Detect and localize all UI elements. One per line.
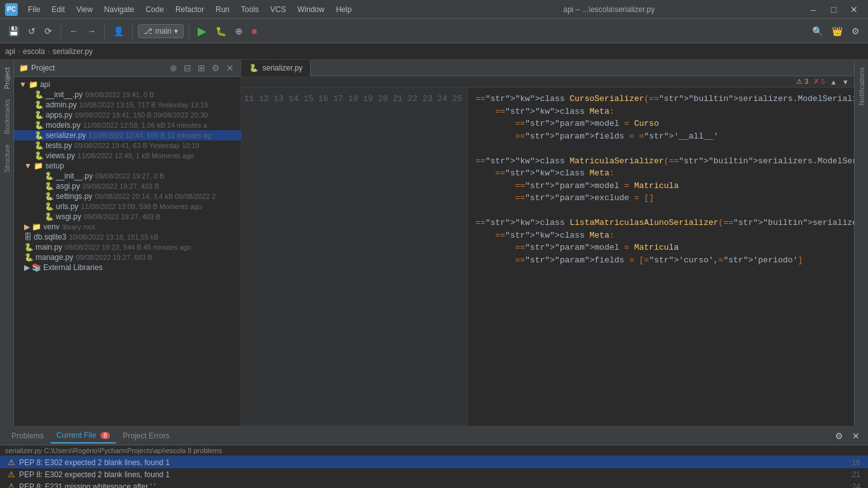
project-header: 📁 Project ⊕ ⊟ ⊞ ⚙ ✕: [14, 60, 241, 77]
toolbar: 💾 ↺ ⟳ ← → 👤 ⎇ main ▾ ▶ 🐛 ⊕ ■ 🔍 👑 ⚙: [0, 19, 868, 43]
menu-item-window[interactable]: Window: [292, 4, 330, 15]
tree-root[interactable]: ▼📁api: [14, 79, 241, 90]
code-view: 11 12 13 14 15 16 17 18 19 20 21 22 23 2…: [241, 88, 854, 426]
back-button[interactable]: ←: [66, 24, 81, 38]
tab-project-errors[interactable]: Project Errors: [116, 429, 175, 443]
tree-item-dbsqlite3[interactable]: 🗄db.sqlite3 10/08/2022 13:18, 151,55 kB: [14, 232, 241, 242]
problems-close-button[interactable]: ✕: [849, 429, 863, 443]
user-button[interactable]: 👤: [110, 24, 127, 38]
problem-text: PEP 8: E302 expected 2 blank lines, foun…: [19, 470, 170, 479]
attach-button[interactable]: ⊕: [232, 24, 246, 38]
project-tree: ▼📁api🐍__init__.py 09/08/2022 19:41, 0 B🐍…: [14, 77, 241, 426]
tree-item-managepy[interactable]: 🐍manage.py 09/08/2022 19:27, 683 B: [14, 252, 241, 262]
editor-area: 🐍 serializer.py ⚠ 3 ✗ 5 ▲ ▼ 11 12 13 14 …: [241, 60, 854, 426]
search-button[interactable]: 🔍: [809, 24, 826, 38]
problem-item-1[interactable]: ⚠PEP 8: E302 expected 2 blank lines, fou…: [0, 468, 868, 480]
notifications-tab[interactable]: Notifications: [855, 62, 868, 111]
tree-item-urlspy[interactable]: 🐍urls.py 11/08/2022 13:09, 598 B Moments…: [14, 201, 241, 212]
branch-icon: ⎇: [144, 27, 153, 36]
menu-item-navigate[interactable]: Navigate: [99, 4, 139, 15]
menu-item-edit[interactable]: Edit: [46, 4, 70, 15]
toolbar-separator-3: [132, 24, 133, 39]
breadcrumb-part-1[interactable]: api: [5, 47, 15, 56]
stop-button[interactable]: ■: [248, 24, 260, 38]
tab-file-icon: 🐍: [249, 64, 259, 72]
toolbar-right: 🔍 👑 ⚙: [809, 24, 863, 38]
expand-all-button[interactable]: ⊞: [196, 62, 207, 74]
folder-icon: 📁: [19, 64, 29, 72]
gutter-header: ⚠ 3 ✗ 5 ▲ ▼: [241, 76, 854, 88]
current-file-badge: 8: [100, 432, 111, 439]
add-content-button[interactable]: ⊕: [168, 62, 179, 74]
tab-label: serializer.py: [262, 64, 302, 72]
code-content[interactable]: =="str">"kw">class CursoSerializer(=="st…: [468, 88, 854, 426]
tree-item-venv[interactable]: ▶ 📁venv library root: [14, 222, 241, 232]
app-icon: PC: [5, 3, 18, 16]
project-title: Project: [31, 64, 165, 72]
menu-bar: FileEditViewNavigateCodeRefactorRunTools…: [23, 4, 414, 15]
tree-item-setup[interactable]: ▼ 📁setup: [14, 161, 241, 171]
problem-item-0[interactable]: ⚠PEP 8: E302 expected 2 blank lines, fou…: [0, 456, 868, 468]
branch-selector[interactable]: ⎇ main ▾: [138, 24, 184, 38]
title-bar: PC FileEditViewNavigateCodeRefactorRunTo…: [0, 0, 868, 19]
problem-item-2[interactable]: ⚠PEP 8: E231 missing whitespace after ',…: [0, 480, 868, 488]
bookmarks-tab[interactable]: Bookmarks: [1, 94, 13, 139]
tree-item-wsgipy[interactable]: 🐍wsgi.py 09/08/2022 19:27, 403 B: [14, 212, 241, 222]
breadcrumb-sep-2: ›: [48, 47, 50, 56]
tree-external-libraries[interactable]: ▶📚External Libraries: [14, 262, 241, 273]
minimize-button[interactable]: –: [804, 3, 822, 16]
settings-button[interactable]: ⚙: [848, 24, 863, 38]
tab-problems[interactable]: Problems: [5, 429, 50, 443]
tree-item-mainpy[interactable]: 🐍main.py 09/08/2022 19:23, 544 B 45 minu…: [14, 242, 241, 252]
tree-item-modelspy[interactable]: 🐍models.py 11/08/2022 12:58, 1,06 kB 14 …: [14, 120, 241, 130]
menu-item-code[interactable]: Code: [140, 4, 169, 15]
forward-button[interactable]: →: [84, 24, 99, 38]
tree-item-appspy[interactable]: 🐍apps.py 09/08/2022 19:41, 150 B 09/08/2…: [14, 110, 241, 120]
nav-down-button[interactable]: ▼: [842, 78, 849, 86]
run-button[interactable]: ▶: [194, 22, 210, 40]
menu-item-help[interactable]: Help: [331, 4, 357, 15]
revert-button[interactable]: ↺: [25, 24, 39, 38]
tree-item-settingspy[interactable]: 🐍settings.py 09/08/2022 20:14, 3,4 kB 09…: [14, 191, 241, 201]
menu-item-view[interactable]: View: [71, 4, 98, 15]
problem-icon: ⚠: [8, 458, 15, 467]
breadcrumb-part-3[interactable]: serializer.py: [53, 47, 93, 56]
window-controls: – □ ✕: [804, 3, 863, 16]
main-area: Project Bookmarks Structure 📁 Project ⊕ …: [0, 60, 868, 426]
tree-item-viewspy[interactable]: 🐍views.py 11/08/2022 12:49, 1 kB Moments…: [14, 151, 241, 161]
tab-current-file[interactable]: Current File 8: [50, 428, 117, 444]
profile-button[interactable]: 👑: [829, 24, 846, 38]
structure-tab[interactable]: Structure: [1, 139, 13, 178]
debug-button[interactable]: 🐛: [212, 24, 229, 38]
editor-tab-serializer[interactable]: 🐍 serializer.py: [241, 60, 311, 76]
close-panel-button[interactable]: ✕: [224, 62, 236, 74]
menu-item-vcs[interactable]: VCS: [265, 4, 291, 15]
menu-item-refactor[interactable]: Refactor: [170, 4, 209, 15]
breadcrumb: api › escola › serializer.py: [0, 43, 868, 60]
tree-item-__init__py[interactable]: 🐍__init__.py 09/08/2022 19:27, 0 B: [14, 171, 241, 181]
problem-location: :24: [850, 482, 860, 489]
problems-settings-button[interactable]: ⚙: [832, 429, 846, 443]
sync-button[interactable]: ⟳: [41, 24, 55, 38]
chevron-down-icon: ▾: [174, 27, 178, 36]
menu-item-run[interactable]: Run: [210, 4, 234, 15]
left-tabs: Project Bookmarks Structure: [0, 60, 14, 426]
close-button[interactable]: ✕: [845, 3, 863, 16]
tree-item-adminpy[interactable]: 🐍admin.py 10/08/2022 13:15, 717 B Yester…: [14, 100, 241, 110]
tree-item-testspy[interactable]: 🐍tests.py 09/08/2022 19:41, 63 B Yesterd…: [14, 140, 241, 151]
branch-label: main: [155, 27, 172, 36]
maximize-button[interactable]: □: [825, 3, 843, 16]
menu-item-file[interactable]: File: [23, 4, 45, 15]
problems-list[interactable]: ⚠PEP 8: E302 expected 2 blank lines, fou…: [0, 456, 868, 488]
problem-icon: ⚠: [8, 470, 15, 479]
tree-item-__init__py[interactable]: 🐍__init__.py 09/08/2022 19:41, 0 B: [14, 90, 241, 100]
settings-gear-icon[interactable]: ⚙: [210, 62, 222, 74]
tree-item-serializerpy[interactable]: 🐍serializer.py 11/08/2022 12:44, 655 B 1…: [14, 130, 241, 140]
collapse-all-button[interactable]: ⊟: [182, 62, 193, 74]
menu-item-tools[interactable]: Tools: [236, 4, 264, 15]
tree-item-asgipy[interactable]: 🐍asgi.py 09/08/2022 19:27, 403 B: [14, 181, 241, 191]
nav-up-button[interactable]: ▲: [830, 78, 837, 86]
project-tab[interactable]: Project: [1, 62, 13, 94]
breadcrumb-part-2[interactable]: escola: [23, 47, 45, 56]
save-all-button[interactable]: 💾: [5, 24, 22, 38]
